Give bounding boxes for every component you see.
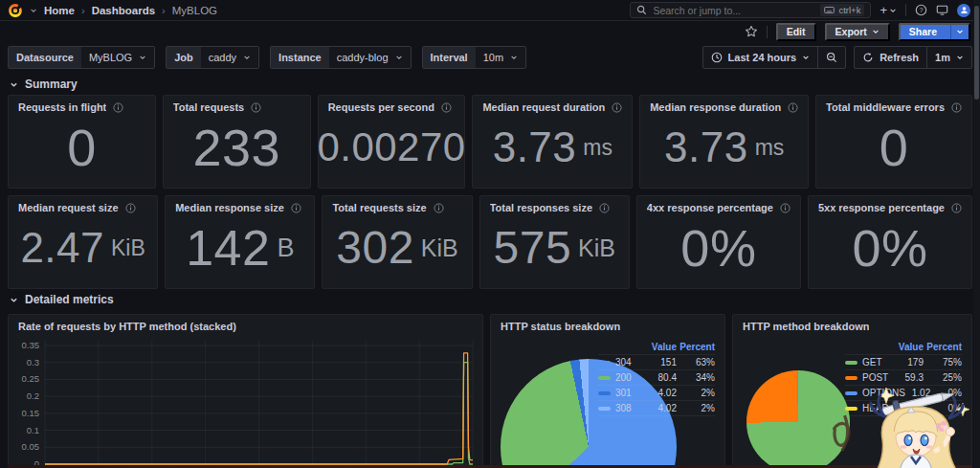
legend-row-308[interactable]: 308 4.02 2% — [598, 401, 715, 416]
info-icon[interactable] — [441, 102, 452, 113]
stat-panel-title[interactable]: Total responses size — [490, 202, 592, 213]
breadcrumb-separator: › — [80, 5, 86, 16]
chevron-down-icon — [872, 28, 880, 35]
help-icon: ? — [915, 4, 927, 16]
edit-button[interactable]: Edit — [776, 23, 816, 41]
share-button[interactable]: Share — [899, 23, 970, 41]
stat-panel-title[interactable]: 5xx response percentage — [818, 202, 945, 213]
series-color-dash — [598, 407, 611, 411]
search-shortcut-badge: ctrl+k — [820, 4, 864, 16]
panel-rate-of-requests: Rate of requests by HTTP method (stacked… — [8, 314, 483, 468]
info-icon[interactable] — [291, 203, 301, 213]
info-icon[interactable] — [251, 102, 261, 113]
stat-panel-total-responses-size: Total responses size575KiB — [479, 195, 630, 289]
panel-title[interactable]: HTTP status breakdown — [501, 321, 620, 332]
legend-row-304[interactable]: 304 151 63% — [598, 355, 715, 370]
clock-icon — [711, 52, 723, 63]
keyboard-icon — [824, 7, 835, 13]
series-color-dash — [598, 391, 611, 395]
svg-text:0.3: 0.3 — [27, 357, 39, 368]
info-icon[interactable] — [780, 203, 791, 213]
monitor-icon — [936, 4, 948, 16]
info-icon[interactable] — [612, 102, 622, 113]
top-nav: Home › Dashboards › MyBLOG c — [0, 0, 980, 21]
stat-panel-title[interactable]: Requests per second — [328, 101, 434, 113]
dashboard-controls: Datasource MyBLOG Job caddy Instance cad… — [0, 42, 980, 74]
page-scrollbar — [973, 0, 980, 468]
org-switcher-chevron-icon[interactable] — [30, 7, 37, 14]
search-box[interactable]: ctrl+k — [630, 2, 871, 18]
timeseries-chart-area[interactable]: 0.350.30.250.20.150.10.050 — [11, 336, 479, 468]
info-icon[interactable] — [599, 203, 610, 213]
info-icon[interactable] — [788, 102, 798, 113]
section-detailed-metrics[interactable]: Detailed metrics — [0, 289, 980, 310]
user-avatar[interactable] — [957, 4, 970, 17]
stat-panel-title[interactable]: Total requests size — [332, 202, 426, 213]
variable-label: Interval — [423, 47, 476, 68]
variable-pill-instance[interactable]: Instance caddy-blog — [270, 46, 411, 69]
panel-title[interactable]: HTTP method breakdown — [743, 321, 869, 332]
time-range-picker[interactable]: Last 24 hours — [703, 47, 818, 68]
time-range-group: Last 24 hours — [702, 46, 847, 69]
share-menu-chevron[interactable] — [950, 25, 969, 39]
zoom-out-icon — [826, 52, 837, 63]
stat-panel-4xx-response-percentage: 4xx response percentage0% — [636, 195, 801, 289]
divider — [905, 4, 906, 16]
zoom-out-button[interactable] — [817, 47, 845, 68]
favorite-button[interactable] — [745, 25, 758, 38]
info-icon[interactable] — [125, 203, 136, 213]
variable-pill-interval[interactable]: Interval 10m — [422, 46, 527, 69]
stat-panel-title[interactable]: Median response duration — [650, 101, 781, 113]
variable-value-dropdown[interactable]: MyBLOG — [81, 47, 154, 68]
stat-panel-title[interactable]: Total requests — [173, 101, 244, 113]
chevron-down-icon — [802, 54, 810, 61]
breadcrumb-separator: › — [161, 5, 167, 16]
legend-row-GET[interactable]: GET 179 75% — [845, 355, 962, 370]
help-button[interactable]: ? — [915, 4, 927, 16]
refresh-button[interactable]: Refresh — [855, 47, 926, 68]
stat-panel-title[interactable]: Total middleware errors — [826, 101, 945, 113]
series-color-dash — [845, 361, 858, 365]
breadcrumb-dashboards[interactable]: Dashboards — [92, 5, 155, 16]
add-new-button[interactable]: + — [880, 4, 897, 16]
series-color-dash — [845, 376, 858, 380]
variable-label: Instance — [271, 47, 329, 68]
variable-value-dropdown[interactable]: caddy — [201, 47, 258, 68]
stat-value: 0% — [809, 213, 971, 282]
chevron-down-icon — [956, 54, 964, 61]
svg-text:0.05: 0.05 — [22, 441, 40, 452]
stat-panel-median-request-duration: Median request duration3.73ms — [472, 95, 633, 189]
chevron-down-icon — [395, 54, 403, 61]
kiosk-mode-button[interactable] — [936, 4, 948, 16]
legend-header: ValuePercent — [845, 340, 962, 355]
stat-panel-title[interactable]: Median response size — [175, 202, 284, 213]
legend-row-200[interactable]: 200 80.4 34% — [598, 370, 715, 386]
stat-panel-title[interactable]: 4xx response percentage — [647, 202, 773, 213]
stat-panel-total-requests: Total requests233 — [163, 95, 311, 189]
variable-pill-job[interactable]: Job caddy — [166, 46, 259, 69]
grafana-logo-icon[interactable] — [8, 3, 23, 18]
refresh-interval-picker[interactable]: 1m — [926, 47, 971, 68]
search-input[interactable] — [653, 5, 814, 16]
stat-panel-title[interactable]: Median request size — [18, 202, 119, 213]
grafana-dashboard: Home › Dashboards › MyBLOG c — [0, 0, 980, 468]
stat-panel-total-requests-size: Total requests size302KiB — [322, 195, 472, 289]
chevron-down-icon — [510, 54, 518, 61]
variable-value-dropdown[interactable]: 10m — [476, 47, 525, 68]
breadcrumb-home[interactable]: Home — [44, 5, 75, 16]
export-button[interactable]: Export — [825, 23, 890, 41]
scrollbar-thumb[interactable] — [974, 6, 979, 100]
panel-title[interactable]: Rate of requests by HTTP method (stacked… — [18, 321, 236, 332]
info-icon[interactable] — [951, 102, 962, 113]
info-icon[interactable] — [434, 203, 444, 213]
section-summary[interactable]: Summary — [0, 74, 980, 95]
info-icon[interactable] — [113, 102, 123, 113]
variable-value-dropdown[interactable]: caddy-blog — [329, 47, 411, 68]
stat-panel-title[interactable]: Median request duration — [482, 101, 605, 113]
stat-value: 3.73ms — [640, 113, 808, 182]
info-icon[interactable] — [951, 203, 962, 213]
variable-pill-datasource[interactable]: Datasource MyBLOG — [8, 46, 155, 69]
stat-panel-title[interactable]: Requests in flight — [18, 101, 106, 113]
legend-row-301[interactable]: 301 4.02 2% — [598, 386, 715, 401]
stat-value: 0 — [816, 113, 971, 182]
